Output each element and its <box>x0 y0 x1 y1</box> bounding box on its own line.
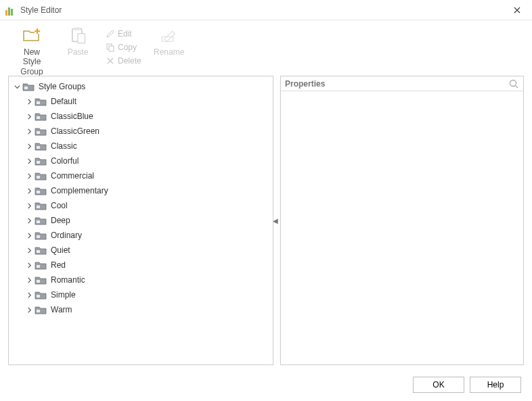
tree-item[interactable]: Warm <box>9 302 273 317</box>
svg-rect-8 <box>37 101 40 104</box>
folder-icon <box>35 216 47 225</box>
tree-item[interactable]: Simple <box>9 287 273 302</box>
svg-rect-12 <box>37 161 40 164</box>
tree-item[interactable]: Classic <box>9 139 273 154</box>
delete-label: Delete <box>118 56 141 66</box>
folder-icon <box>35 112 47 121</box>
tree-toggle-collapsed[interactable] <box>25 127 33 135</box>
tree-item[interactable]: Commercial <box>9 168 273 183</box>
tree-item[interactable]: Deep <box>9 213 273 228</box>
tree-item-label: ClassicBlue <box>51 112 93 121</box>
close-button[interactable] <box>508 2 527 18</box>
help-button[interactable]: Help <box>470 377 521 393</box>
tree-toggle-collapsed[interactable] <box>25 97 33 105</box>
svg-rect-10 <box>37 131 40 134</box>
new-folder-icon <box>22 26 41 45</box>
folder-icon <box>35 231 47 240</box>
rename-label: Rename <box>154 47 184 57</box>
tree-item[interactable]: Cool <box>9 198 273 213</box>
folder-icon <box>35 305 47 314</box>
tree-item-label: Red <box>51 260 66 270</box>
svg-rect-16 <box>37 220 40 223</box>
tree-toggle-collapsed[interactable] <box>25 202 33 210</box>
folder-icon <box>35 186 47 195</box>
toolbar: New Style Group Paste Edit Copy Delete R… <box>0 20 532 76</box>
titlebar: Style Editor <box>0 0 532 20</box>
properties-panel: Properties <box>280 76 524 365</box>
tree-item[interactable]: ClassicBlue <box>9 109 273 124</box>
tree-toggle-collapsed[interactable] <box>25 172 33 180</box>
svg-rect-18 <box>37 250 40 253</box>
copy-icon <box>106 43 115 52</box>
paste-icon <box>68 26 87 45</box>
tree-item[interactable]: Colorful <box>9 154 273 168</box>
window-title: Style Editor <box>20 5 508 15</box>
splitter-handle[interactable]: ◀ <box>273 215 278 226</box>
tree-item-label: Romantic <box>51 275 85 285</box>
delete-button: Delete <box>103 54 144 68</box>
svg-rect-15 <box>37 206 40 208</box>
rename-button: Rename <box>148 24 190 57</box>
svg-rect-21 <box>37 295 40 298</box>
new-style-group-label-1: New <box>24 47 40 57</box>
ok-button[interactable]: OK <box>413 377 464 393</box>
tree-toggle-collapsed[interactable] <box>25 216 33 225</box>
folder-icon <box>35 97 47 106</box>
tree-toggle-collapsed[interactable] <box>25 157 33 165</box>
tree-toggle-collapsed[interactable] <box>25 187 33 195</box>
folder-icon <box>22 82 35 91</box>
app-icon <box>5 5 16 16</box>
folder-icon <box>35 290 47 300</box>
tree-toggle-collapsed[interactable] <box>25 306 33 314</box>
svg-point-23 <box>510 80 516 86</box>
edit-label: Edit <box>118 29 132 39</box>
tree-toggle-collapsed[interactable] <box>25 142 33 150</box>
folder-icon <box>35 171 47 181</box>
tree-item[interactable]: Ordinary <box>9 228 273 243</box>
tree-item-label: Commercial <box>51 171 94 181</box>
tree-item-label: ClassicGreen <box>51 126 99 136</box>
tree-item-label: Deep <box>51 216 70 225</box>
edit-copy-delete-group: Edit Copy Delete <box>103 24 144 68</box>
new-style-group-button[interactable]: New Style Group <box>11 24 53 76</box>
folder-icon <box>35 141 47 151</box>
copy-button: Copy <box>103 41 144 54</box>
tree-item[interactable]: Quiet <box>9 243 273 258</box>
tree-item-label: Simple <box>51 290 76 300</box>
folder-icon <box>35 201 47 210</box>
tree-root-row[interactable]: Style Groups <box>9 79 273 94</box>
folder-icon <box>35 275 47 285</box>
paste-button: Paste <box>57 24 99 57</box>
folder-icon <box>35 126 47 136</box>
tree-toggle-collapsed[interactable] <box>25 231 33 239</box>
paste-label: Paste <box>68 47 89 57</box>
edit-button: Edit <box>103 27 144 41</box>
tree-item-label: Complementary <box>51 186 108 195</box>
tree-item[interactable]: Default <box>9 94 273 109</box>
tree-toggle-collapsed[interactable] <box>25 246 33 254</box>
svg-rect-13 <box>37 176 40 179</box>
edit-icon <box>106 29 115 39</box>
tree-item[interactable]: ClassicGreen <box>9 124 273 139</box>
tree-item-label: Warm <box>51 305 72 314</box>
svg-rect-3 <box>78 34 85 43</box>
properties-search-button[interactable] <box>508 78 519 89</box>
folder-icon <box>35 260 47 270</box>
tree-item[interactable]: Red <box>9 258 273 273</box>
tree-toggle-expanded[interactable] <box>13 82 21 91</box>
tree-item[interactable]: Romantic <box>9 273 273 287</box>
footer-buttons: OK Help <box>413 377 521 393</box>
tree-item-label: Quiet <box>51 245 70 255</box>
tree-panel[interactable]: Style Groups DefaultClassicBlueClassicGr… <box>8 76 273 365</box>
properties-header: Properties <box>281 76 523 91</box>
svg-rect-20 <box>37 280 40 283</box>
copy-label: Copy <box>118 43 137 52</box>
tree-toggle-collapsed[interactable] <box>25 291 33 299</box>
tree-toggle-collapsed[interactable] <box>25 276 33 284</box>
tree-toggle-collapsed[interactable] <box>25 112 33 120</box>
close-icon <box>514 7 520 14</box>
tree-item[interactable]: Complementary <box>9 183 273 198</box>
tree-toggle-collapsed[interactable] <box>25 261 33 269</box>
tree-item-label: Cool <box>51 201 68 210</box>
svg-rect-19 <box>37 265 40 268</box>
